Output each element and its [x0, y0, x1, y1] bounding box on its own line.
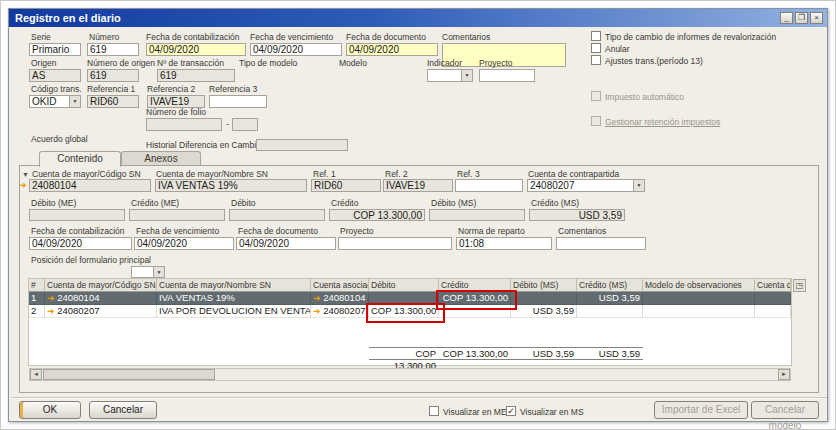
- horizontal-scrollbar[interactable]: ◄ ►: [29, 368, 791, 381]
- detail-fecha-doc-field[interactable]: 04/09/2020: [236, 237, 336, 250]
- detail-ref2-label: Ref. 2: [385, 169, 408, 179]
- cell-debito-ms[interactable]: [511, 292, 577, 305]
- minimize-button[interactable]: _: [780, 12, 793, 24]
- detail-credito-me-label: Crédito (ME): [131, 198, 179, 208]
- chevron-down-icon[interactable]: ▼: [461, 70, 472, 81]
- referencia2-label: Referencia 2: [147, 84, 195, 94]
- cell-credito[interactable]: [439, 305, 511, 318]
- table-header-row: # Cuenta de mayor/Código SN Cuenta de ma…: [29, 279, 791, 292]
- cell-asociada[interactable]: ➜ 24080207: [311, 305, 369, 318]
- cell-nombre[interactable]: IVA POR DEVOLUCION EN VENTAS: [157, 305, 311, 318]
- maximize-button[interactable]: ❐: [795, 12, 808, 24]
- cell-modelo-obs[interactable]: [643, 292, 755, 305]
- fecha-venc-label: Fecha de vencimiento: [250, 32, 333, 42]
- link-arrow-icon[interactable]: ➜: [47, 293, 55, 303]
- num-transaccion-field: 619: [157, 69, 235, 82]
- detail-fecha-venc-field[interactable]: 04/09/2020: [134, 237, 234, 250]
- referencia3-field[interactable]: [209, 95, 267, 108]
- checkbox-ajustes-label: Ajustes trans.(período 13): [605, 56, 703, 66]
- cell-debito[interactable]: COP 13.300,00: [369, 305, 439, 318]
- detail-proyecto-field[interactable]: [338, 237, 452, 250]
- fecha-doc-field[interactable]: 04/09/2020: [346, 43, 438, 56]
- cell-cuenta-contab[interactable]: [755, 305, 791, 318]
- proyecto-field[interactable]: [479, 69, 535, 82]
- codigo-trans-value: OKID: [32, 96, 56, 107]
- fecha-contab-field[interactable]: 04/09/2020: [146, 43, 246, 56]
- checkbox-tipo-cambio[interactable]: [591, 31, 601, 41]
- cell-codigo-text: 24080104: [57, 292, 99, 303]
- detail-norma-reparto-field[interactable]: 01:08: [456, 237, 552, 250]
- historial-field: [256, 139, 348, 151]
- cancel-button[interactable]: Cancelar: [89, 401, 157, 419]
- checkbox-visualizar-ms[interactable]: ✓: [506, 406, 516, 416]
- cell-codigo[interactable]: ➜ 24080207: [45, 305, 157, 318]
- col-header-codigo: Cuenta de mayor/Código SN: [45, 279, 157, 292]
- table-row-1[interactable]: 1 ➜ 24080104 IVA VENTAS 19% ➜ 24080104 C…: [29, 292, 791, 305]
- detail-cuenta-codigo-field[interactable]: 24080104: [29, 179, 151, 192]
- close-button[interactable]: ×: [810, 12, 823, 24]
- scroll-left-icon[interactable]: ◄: [30, 369, 42, 380]
- detail-credito-ms-label: Crédito (MS): [531, 198, 579, 208]
- cell-codigo[interactable]: ➜ 24080104: [45, 292, 157, 305]
- cell-nombre[interactable]: IVA VENTAS 19%: [157, 292, 311, 305]
- detail-posicion-field[interactable]: ▼: [131, 266, 165, 278]
- check-icon: ✓: [507, 406, 515, 416]
- detail-debito-label: Débito: [231, 198, 256, 208]
- numero-folio-field1: [146, 118, 222, 131]
- checkbox-ajustes[interactable]: [591, 55, 601, 65]
- detail-contrapartida-value: 24080207: [530, 180, 575, 191]
- detail-contrapartida-field[interactable]: 24080207 ▼: [527, 179, 645, 192]
- num-transaccion-label: Nº de transacción: [157, 58, 224, 68]
- link-arrow-icon[interactable]: ➜: [313, 306, 321, 316]
- scroll-right-icon[interactable]: ►: [778, 369, 790, 380]
- cell-debito[interactable]: [369, 292, 439, 305]
- cell-credito[interactable]: COP 13.300,00: [439, 292, 511, 305]
- titlebar[interactable]: Registro en el diario _ ❐ ×: [9, 9, 827, 27]
- cell-num[interactable]: 2: [29, 305, 45, 318]
- fecha-venc-field[interactable]: 04/09/2020: [250, 43, 342, 56]
- detail-fecha-contab-field[interactable]: 04/09/2020: [29, 237, 132, 250]
- col-header-debito: Débito: [369, 279, 439, 292]
- codigo-trans-field[interactable]: OKID ▼: [29, 95, 81, 108]
- checkbox-anular[interactable]: [591, 43, 601, 53]
- ok-button[interactable]: OK: [19, 401, 81, 419]
- form-settings-icon[interactable]: ◳: [793, 279, 806, 292]
- detail-debito-ms-field: [429, 209, 525, 221]
- table-row-2[interactable]: 2 ➜ 24080207 IVA POR DEVOLUCION EN VENTA…: [29, 305, 791, 318]
- cell-credito-ms[interactable]: [577, 305, 643, 318]
- chevron-down-icon[interactable]: ▼: [69, 96, 80, 107]
- chevron-down-icon[interactable]: ▼: [633, 180, 644, 191]
- detail-fecha-doc-label: Fecha de documento: [238, 226, 318, 236]
- detail-ref2-field[interactable]: IVAVE19: [383, 179, 453, 192]
- tab-anexos[interactable]: Anexos: [121, 151, 201, 166]
- cell-modelo-obs[interactable]: [643, 305, 755, 318]
- serie-label: Serie: [31, 32, 51, 42]
- detail-debito-field: [229, 209, 325, 221]
- numero-folio-separator: -: [226, 119, 229, 129]
- indicador-field[interactable]: ▼: [427, 69, 473, 82]
- cell-num[interactable]: 1: [29, 292, 45, 305]
- footer-divider: [11, 397, 827, 399]
- detail-cuenta-codigo-label: Cuenta de mayor/Código SN: [32, 169, 141, 179]
- cell-debito-ms[interactable]: USD 3,59: [511, 305, 577, 318]
- checkbox-visualizar-me[interactable]: [429, 406, 439, 416]
- chevron-down-icon[interactable]: ▼: [153, 267, 164, 277]
- cell-cuenta-contab[interactable]: [755, 292, 791, 305]
- detail-comentarios-field[interactable]: [556, 237, 646, 250]
- cell-asociada[interactable]: ➜ 24080104: [311, 292, 369, 305]
- serie-field[interactable]: Primario: [29, 43, 81, 56]
- scrollbar-thumb[interactable]: [43, 369, 215, 380]
- checkbox-impuesto-automatico: [591, 91, 601, 101]
- detail-debito-me-label: Débito (ME): [31, 198, 76, 208]
- detail-credito-field: COP 13.300,00: [329, 209, 425, 221]
- tab-contenido[interactable]: Contenido: [39, 151, 121, 167]
- link-arrow-icon[interactable]: ➜: [19, 180, 27, 190]
- cell-credito-ms[interactable]: USD 3,59: [577, 292, 643, 305]
- link-arrow-icon[interactable]: ➜: [313, 293, 321, 303]
- detail-ref1-field[interactable]: RID60: [311, 179, 381, 192]
- numero-field[interactable]: 619: [87, 43, 139, 56]
- collapse-icon[interactable]: ▼: [22, 170, 29, 180]
- detail-ref3-field[interactable]: [455, 179, 523, 192]
- detail-contrapartida-label: Cuenta de contrapartida: [528, 169, 619, 179]
- link-arrow-icon[interactable]: ➜: [47, 306, 55, 316]
